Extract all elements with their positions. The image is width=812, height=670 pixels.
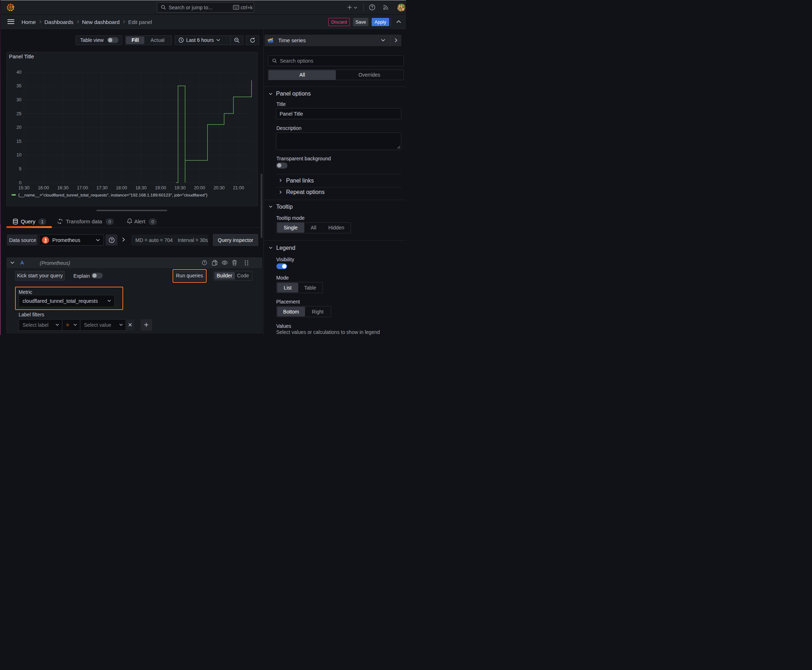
svg-text:20: 20 <box>17 125 22 130</box>
svg-text:40: 40 <box>17 70 22 75</box>
svg-text:0: 0 <box>19 180 22 185</box>
svg-text:15: 15 <box>17 139 22 144</box>
svg-text:25: 25 <box>17 111 22 116</box>
svg-text:21:00: 21:00 <box>233 185 244 190</box>
svg-text:18:30: 18:30 <box>135 185 146 190</box>
svg-text:20:00: 20:00 <box>194 185 205 190</box>
svg-text:15:30: 15:30 <box>18 185 29 190</box>
svg-text:16:00: 16:00 <box>38 185 49 190</box>
svg-text:17:30: 17:30 <box>96 185 107 190</box>
svg-text:20:30: 20:30 <box>214 185 224 190</box>
svg-text:{__name__="cloudflared_tunnel_: {__name__="cloudflared_tunnel_total_requ… <box>18 193 208 198</box>
svg-text:35: 35 <box>17 83 22 88</box>
svg-text:5: 5 <box>19 166 22 171</box>
svg-text:16:30: 16:30 <box>57 185 68 190</box>
svg-text:19:30: 19:30 <box>175 185 185 190</box>
svg-text:19:00: 19:00 <box>155 185 166 190</box>
svg-text:18:00: 18:00 <box>116 185 127 190</box>
svg-text:10: 10 <box>17 152 22 157</box>
svg-text:17:00: 17:00 <box>77 185 88 190</box>
svg-text:30: 30 <box>17 97 22 102</box>
